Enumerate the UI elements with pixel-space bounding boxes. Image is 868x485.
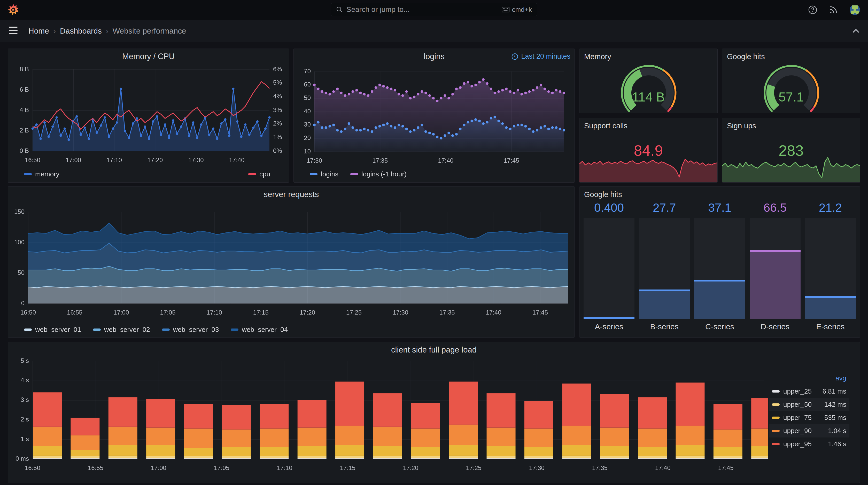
legend-label: logins (-1 hour) xyxy=(362,170,407,178)
client-load-legend: avgupper_256.81 msupper_50142 msupper_75… xyxy=(769,373,849,451)
bar-gauge-d-series[interactable]: 66.5D-series xyxy=(750,201,801,335)
legend-avg-header: avg xyxy=(769,373,849,385)
bar-track xyxy=(694,218,745,319)
legend-label: web_server_03 xyxy=(173,326,219,334)
legend-label: memory xyxy=(35,170,59,178)
stat-value: 283 xyxy=(722,142,860,159)
gauge-value: 114 B xyxy=(580,90,717,105)
gauge-value: 57.1 xyxy=(722,90,860,105)
grafana-dashboard: Search or jump to... cmd+k Home›Dashboar… xyxy=(0,0,868,485)
bar-category-label: A-series xyxy=(584,321,634,335)
client-load-chart[interactable] xyxy=(8,342,860,483)
legend-swatch xyxy=(310,173,317,175)
panel-memory-gauge: Memory 114 B xyxy=(579,48,718,114)
legend-item-logins-1-hour-[interactable]: logins (-1 hour) xyxy=(350,170,407,178)
panel-title[interactable]: Support calls xyxy=(584,122,627,130)
legend-item-memory[interactable]: memory xyxy=(24,170,59,178)
menu-icon[interactable] xyxy=(9,27,18,34)
legend-row-upper_90[interactable]: upper_901.04 s xyxy=(769,424,849,438)
kiosk-controls xyxy=(844,20,860,42)
stat-value: 84.9 xyxy=(580,142,717,159)
bar-category-label: B-series xyxy=(639,321,690,335)
bar-fill xyxy=(750,250,801,319)
search-input[interactable]: Search or jump to... cmd+k xyxy=(331,3,537,16)
breadcrumb-item-website-performance: Website performance xyxy=(113,27,186,35)
legend-label: upper_50 xyxy=(783,400,821,409)
legend-label: cpu xyxy=(259,170,270,178)
bar-gauge-c-series[interactable]: 37.1C-series xyxy=(694,201,745,335)
breadcrumb: Home›Dashboards›Website performance xyxy=(28,20,186,42)
legend-label: web_server_04 xyxy=(242,326,288,334)
legend-label: logins xyxy=(321,170,338,178)
server-requests-legend: web_server_01web_server_02web_server_03w… xyxy=(24,326,288,334)
bar-gauge-e-series[interactable]: 21.2E-series xyxy=(805,201,856,335)
breadcrumb-item-dashboards[interactable]: Dashboards xyxy=(60,27,102,35)
rss-icon[interactable] xyxy=(829,5,838,14)
legend-swatch xyxy=(772,417,780,419)
panel-google-gauge: Google hits 57.1 xyxy=(722,48,860,114)
breadcrumb-separator: › xyxy=(106,27,108,35)
legend-swatch xyxy=(772,430,780,432)
panel-support-calls: Support calls 84.9 xyxy=(579,118,718,183)
legend-item-logins[interactable]: logins xyxy=(310,170,338,178)
bar-value: 27.7 xyxy=(639,201,690,218)
legend-label: upper_95 xyxy=(783,440,824,448)
memory-cpu-chart[interactable] xyxy=(8,49,289,183)
legend-label: web_server_01 xyxy=(35,326,81,334)
bar-value: 0.400 xyxy=(584,201,634,218)
chevron-up-icon[interactable] xyxy=(851,27,860,35)
legend-swatch xyxy=(772,403,780,406)
bar-fill xyxy=(639,290,690,319)
breadcrumb-item-home[interactable]: Home xyxy=(28,27,49,35)
grafana-logo-icon[interactable] xyxy=(7,4,20,16)
breadcrumb-bar: Home›Dashboards›Website performance xyxy=(0,20,868,42)
legend-item-web-server-04[interactable]: web_server_04 xyxy=(231,326,288,334)
legend-item-web-server-02[interactable]: web_server_02 xyxy=(93,326,150,334)
bar-category-label: E-series xyxy=(805,321,856,335)
panel-sign-ups: Sign ups 283 xyxy=(722,118,860,183)
bar-gauge-b-series[interactable]: 27.7B-series xyxy=(639,201,690,335)
bar-value: 21.2 xyxy=(805,201,856,218)
legend-row-upper_25[interactable]: upper_256.81 ms xyxy=(769,385,849,398)
legend-item-web-server-01[interactable]: web_server_01 xyxy=(24,326,81,334)
legend-swatch xyxy=(350,173,358,175)
server-requests-chart[interactable] xyxy=(8,187,575,338)
legend-label: web_server_02 xyxy=(104,326,150,334)
legend-avg-value: 1.04 s xyxy=(828,427,846,435)
legend-row-upper_95[interactable]: upper_951.46 s xyxy=(769,438,849,451)
legend-row-upper_75[interactable]: upper_75535 ms xyxy=(769,411,849,424)
panel-title[interactable]: Sign ups xyxy=(727,122,756,130)
nav-icons xyxy=(808,0,868,20)
panel-title[interactable]: Google hits xyxy=(727,53,765,61)
bar-fill xyxy=(584,317,634,319)
legend-item-cpu[interactable]: cpu xyxy=(248,170,270,178)
legend-avg-value: 142 ms xyxy=(824,400,846,409)
legend-row-upper_50[interactable]: upper_50142 ms xyxy=(769,398,849,411)
panel-server-requests: server requests web_server_01web_server_… xyxy=(8,187,575,337)
search-placeholder: Search or jump to... xyxy=(346,5,498,14)
search-shortcut: cmd+k xyxy=(502,6,532,14)
top-nav: Search or jump to... cmd+k xyxy=(0,0,868,20)
breadcrumb-separator: › xyxy=(53,27,56,35)
search-icon xyxy=(336,6,343,13)
bar-track xyxy=(584,218,634,319)
panel-google-bars: Google hits 0.400A-series27.7B-series37.… xyxy=(579,187,860,337)
legend-swatch xyxy=(772,390,780,392)
bar-gauge-a-series[interactable]: 0.400A-series xyxy=(584,201,634,335)
legend-swatch xyxy=(162,328,170,331)
panel-memory-cpu: Memory / CPU memorycpu xyxy=(8,48,289,183)
bar-fill xyxy=(694,280,745,319)
legend-avg-value: 6.81 ms xyxy=(823,387,846,395)
bar-value: 66.5 xyxy=(750,201,801,218)
bar-category-label: C-series xyxy=(694,321,745,335)
panel-logins: logins Last 20 minutes loginslogins (-1 … xyxy=(293,48,575,183)
user-avatar[interactable] xyxy=(849,4,860,15)
legend-avg-value: 535 ms xyxy=(824,414,846,422)
panel-title[interactable]: Memory xyxy=(584,53,611,61)
legend-swatch xyxy=(93,328,101,331)
help-icon[interactable] xyxy=(808,5,817,14)
bar-value: 37.1 xyxy=(694,201,745,218)
legend-item-web-server-03[interactable]: web_server_03 xyxy=(162,326,219,334)
logins-chart[interactable] xyxy=(294,49,575,183)
panel-title[interactable]: Google hits xyxy=(584,190,622,199)
